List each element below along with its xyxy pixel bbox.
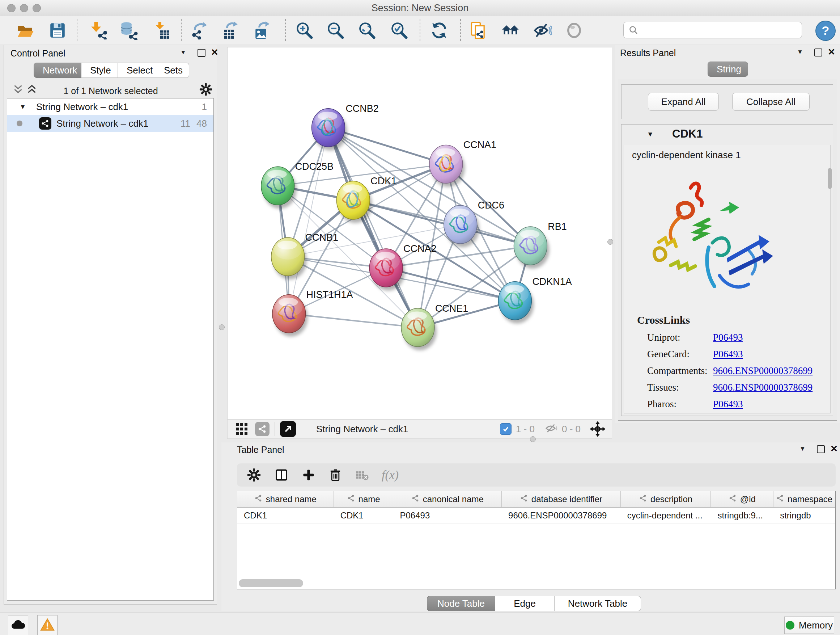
panel-close-icon[interactable]: ✕: [211, 47, 218, 57]
zoom-out-icon[interactable]: [325, 21, 345, 40]
crosslink-link[interactable]: P06493: [713, 332, 743, 343]
create-column-plus-icon[interactable]: [302, 469, 315, 481]
horizontal-scrollbar-thumb[interactable]: [239, 579, 303, 587]
splitter-handle[interactable]: [530, 436, 536, 442]
panel-float-icon[interactable]: [817, 445, 825, 453]
panel-float-icon[interactable]: [814, 49, 822, 57]
column-header-database-identifier[interactable]: database identifier: [502, 491, 621, 507]
network-type-share-icon[interactable]: [255, 422, 270, 436]
detach-view-arrow-icon[interactable]: [280, 421, 296, 437]
show-panels-houses-icon[interactable]: [501, 21, 521, 40]
graph-node-CDC25B[interactable]: CDC25B: [261, 161, 333, 209]
warning-status-button[interactable]: [37, 615, 57, 635]
tab-select[interactable]: Select: [118, 63, 155, 78]
table-cell[interactable]: P06493: [393, 508, 502, 524]
string-network-graph[interactable]: CCNB2CCNA1CDC25BCDK1CDC6RB1CCNB1CCNA2CDK…: [227, 48, 612, 419]
table-cell[interactable]: 9606.ENSP00000378699: [502, 508, 621, 524]
table-cell[interactable]: stringdb:9...: [711, 508, 774, 524]
graph-node-HIST1H1A[interactable]: HIST1H1A: [272, 289, 353, 337]
table-cell[interactable]: CDK1: [334, 508, 393, 524]
save-session-icon[interactable]: [48, 21, 67, 40]
table-cell[interactable]: CDK1: [237, 508, 334, 524]
delete-table-icon[interactable]: [355, 469, 369, 481]
panel-close-icon[interactable]: ✕: [828, 47, 835, 57]
view-mode-disabled-eye-icon[interactable]: [564, 21, 584, 40]
column-header-canonical-name[interactable]: canonical name: [393, 491, 502, 507]
crosslink-label: Tissues:: [647, 382, 679, 393]
column-header-description[interactable]: description: [621, 491, 711, 507]
refresh-icon[interactable]: [429, 21, 449, 40]
import-network-from-database-icon[interactable]: [118, 21, 138, 40]
network-options-gear-icon[interactable]: [199, 83, 212, 97]
splitter-handle[interactable]: [607, 239, 613, 245]
search-field[interactable]: [623, 22, 802, 38]
gene-collapse-caret-icon[interactable]: ▼: [647, 130, 654, 138]
column-header-namespace[interactable]: namespace: [774, 491, 835, 507]
column-header-name[interactable]: name: [334, 491, 393, 507]
tab-network[interactable]: Network: [34, 63, 81, 78]
column-header--id[interactable]: @id: [711, 491, 774, 507]
table-row[interactable]: CDK1CDK1P064939606.ENSP00000378699cyclin…: [237, 508, 835, 524]
crosslink-link[interactable]: P06493: [713, 348, 743, 360]
network-tree-row-selected[interactable]: String Network – cdk1 11 48: [7, 115, 213, 132]
network-tree-root-row[interactable]: ▼ String Network – cdk1 1: [7, 98, 213, 115]
birds-eye-grid-icon[interactable]: [235, 423, 248, 435]
table-cell[interactable]: cyclin-dependent ...: [621, 508, 711, 524]
selected-nodes-checkbox-icon[interactable]: [500, 423, 512, 435]
splitter-handle[interactable]: [219, 325, 225, 330]
import-table-from-file-icon[interactable]: [152, 21, 172, 40]
panel-float-icon[interactable]: [197, 49, 205, 57]
tab-network-table[interactable]: Network Table: [554, 596, 641, 611]
tab-node-table[interactable]: Node Table: [427, 596, 495, 611]
expand-all-button[interactable]: Expand All: [648, 93, 719, 111]
panel-menu-caret-icon[interactable]: ▼: [799, 445, 806, 453]
copy-network-icon[interactable]: [469, 21, 488, 40]
hide-visibility-eye-icon[interactable]: [533, 21, 553, 40]
help-button[interactable]: ?: [815, 21, 836, 41]
tab-style[interactable]: Style: [81, 63, 118, 78]
collapse-all-button[interactable]: Collapse All: [732, 93, 810, 111]
graph-node-label: HIST1H1A: [306, 289, 353, 300]
results-scrollbar-thumb[interactable]: [828, 168, 832, 189]
tab-string[interactable]: String: [707, 62, 748, 77]
graph-node-CDK1[interactable]: CDK1: [336, 176, 396, 223]
crosslink-link[interactable]: P06493: [713, 399, 743, 410]
zoom-fit-icon[interactable]: [357, 21, 377, 40]
tree-expand-caret-icon[interactable]: ▼: [19, 98, 26, 115]
show-columns-icon[interactable]: [275, 468, 288, 482]
open-session-icon[interactable]: [15, 21, 35, 40]
fit-selected-crosshair-icon[interactable]: [590, 421, 605, 437]
graph-edge[interactable]: [289, 314, 418, 328]
memory-button[interactable]: Memory: [784, 616, 834, 634]
network-canvas[interactable]: CCNB2CCNA1CDC25BCDK1CDC6RB1CCNB1CCNA2CDK…: [227, 47, 612, 419]
column-header-shared-name[interactable]: shared name: [237, 491, 334, 507]
export-network-icon[interactable]: [189, 21, 209, 40]
import-network-from-file-icon[interactable]: [88, 21, 108, 40]
table-settings-gear-icon[interactable]: [247, 468, 261, 482]
delete-column-trash-icon[interactable]: [329, 469, 342, 481]
hidden-eye-slash-icon[interactable]: [545, 423, 558, 435]
warning-icon: [40, 618, 55, 632]
export-image-icon[interactable]: [253, 21, 272, 40]
graph-edge[interactable]: [289, 128, 328, 314]
column-header-label: @id: [740, 494, 756, 504]
node-table[interactable]: shared namenamecanonical namedatabase id…: [237, 491, 836, 589]
graph-node-RB1[interactable]: RB1: [514, 221, 567, 269]
crosslink-link[interactable]: 9606.ENSP00000378699: [713, 382, 813, 393]
graph-node-CCNE1[interactable]: CCNE1: [401, 303, 468, 350]
panel-close-icon[interactable]: ✕: [830, 443, 838, 454]
panel-menu-caret-icon[interactable]: ▼: [797, 49, 803, 56]
zoom-in-icon[interactable]: [294, 21, 314, 40]
table-cell[interactable]: stringdb: [774, 508, 835, 524]
cloud-status-button[interactable]: [8, 615, 28, 635]
export-table-icon[interactable]: [221, 21, 240, 40]
function-builder-icon[interactable]: f(x): [382, 468, 399, 482]
crosslink-link[interactable]: 9606.ENSP00000378699: [713, 365, 813, 377]
panel-menu-caret-icon[interactable]: ▼: [180, 49, 186, 56]
graph-node-CDKN1A[interactable]: CDKN1A: [499, 276, 572, 324]
zoom-selected-icon[interactable]: [389, 21, 409, 40]
tab-sets[interactable]: Sets: [155, 63, 189, 78]
tab-edge-table[interactable]: Edge Table: [495, 596, 554, 611]
graph-node-CDC6[interactable]: CDC6: [444, 200, 504, 247]
search-input[interactable]: [641, 22, 802, 38]
